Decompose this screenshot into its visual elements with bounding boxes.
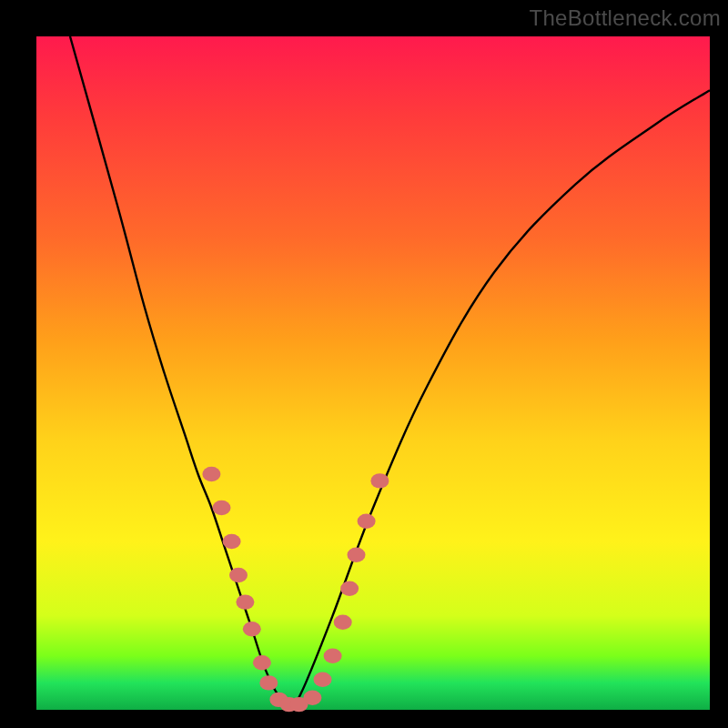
curve-left-branch	[70, 36, 292, 710]
data-marker	[358, 514, 376, 529]
data-marker	[213, 500, 231, 515]
data-marker	[370, 473, 389, 488]
data-marker	[253, 655, 271, 670]
data-marker	[236, 594, 254, 609]
data-marker	[348, 548, 366, 562]
watermark-text: TheBottleneck.com	[529, 5, 721, 31]
outer-frame: TheBottleneck.com	[0, 0, 728, 728]
data-marker	[303, 690, 321, 704]
data-marker	[229, 568, 248, 582]
curve-layer	[36, 36, 710, 710]
data-marker	[340, 581, 359, 596]
data-marker	[334, 615, 352, 630]
plot-area	[36, 36, 710, 710]
data-marker	[223, 534, 241, 549]
data-marker	[202, 467, 220, 481]
data-marker	[314, 672, 332, 687]
marker-group	[202, 467, 389, 712]
data-marker	[324, 649, 342, 663]
curve-right-branch	[292, 90, 710, 710]
data-marker	[243, 622, 261, 636]
data-marker	[259, 675, 278, 690]
